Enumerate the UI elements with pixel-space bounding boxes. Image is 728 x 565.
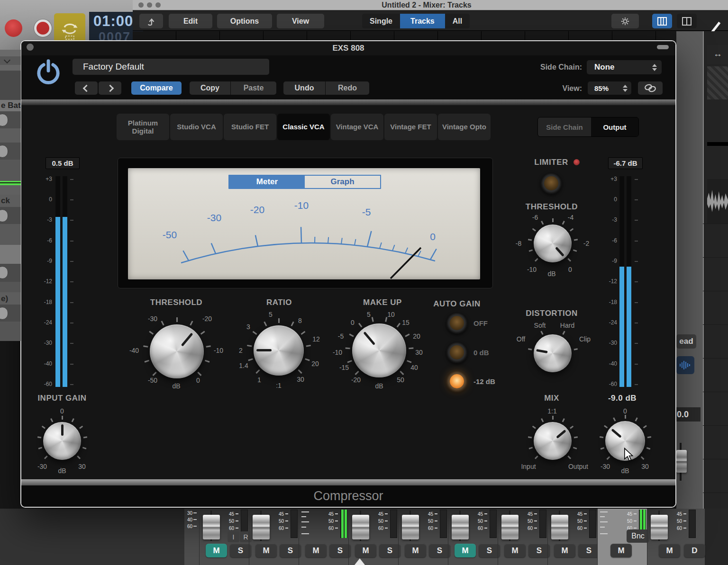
solo-button[interactable]: S [578,544,600,557]
input-monitor-button[interactable]: I [228,531,239,542]
knob-limiter_threshold[interactable] [534,224,572,262]
meter-tick [70,343,73,344]
menu-view[interactable]: View [277,14,324,28]
view-mode-dual-button[interactable] [677,14,697,28]
paste-button[interactable]: Paste [231,81,276,95]
mute-button[interactable]: M [206,544,227,557]
strip-meter-bar [341,510,344,538]
knob-makeup[interactable] [352,323,406,377]
grid-line [703,358,728,359]
fader-cap[interactable] [253,515,270,539]
knob-distortion[interactable] [534,334,572,372]
window-dot[interactable] [27,44,34,51]
fader-cap[interactable] [551,515,568,539]
mute-button[interactable]: M [255,544,277,557]
knob-mix[interactable] [534,422,572,460]
record-ready-button[interactable]: R [240,531,252,542]
record-enable-button[interactable] [34,19,52,37]
tab-graph[interactable]: Graph [305,176,380,188]
mute-button[interactable]: M [405,544,426,557]
redo-button[interactable]: Redo [326,81,369,95]
fader-scale-tick [584,513,587,514]
stepper-icon [652,64,657,71]
auto-gain-led-off[interactable] [450,316,464,330]
tab-all[interactable]: All [445,14,470,28]
mute-button[interactable]: M [659,544,680,557]
solo-button[interactable]: S [379,544,400,557]
fader-cap[interactable] [452,515,469,539]
model-tab-platinum-digital[interactable]: Platinum Digital [117,114,169,140]
knob-scale-label: Output [568,463,588,470]
model-tab-vintage-opto[interactable]: Vintage Opto [438,114,491,140]
traffic-zoom-button[interactable] [155,2,161,8]
fader-cap[interactable] [352,515,369,539]
model-tab-vintage-fet[interactable]: Vintage FET [384,114,437,140]
undo-button[interactable]: Undo [283,81,325,95]
side-chain-dropdown[interactable]: None [587,60,662,74]
fader-scale-tick [335,513,338,514]
link-button[interactable] [638,81,663,95]
fader-cap[interactable] [402,515,419,539]
knob-input_gain[interactable] [43,422,81,460]
fader-cap[interactable] [203,515,220,539]
output-meter-scale-label: -30 [598,340,617,346]
tab-output[interactable]: Output [591,117,638,136]
meter-tick [70,179,73,180]
meter-tick [635,281,638,282]
knob-ratio[interactable] [254,325,304,376]
knob-pointer [254,325,304,376]
auto-gain-led--12db[interactable] [450,374,464,388]
mute-button[interactable]: M [504,544,526,557]
limiter-led-button[interactable] [544,176,558,190]
menu-edit[interactable]: Edit [169,14,212,28]
model-tab-classic-vca[interactable]: Classic VCA [277,114,330,140]
back-arrow-button[interactable] [139,14,163,28]
compare-button[interactable]: Compare [131,81,182,95]
fader-scale-tick [385,520,388,521]
model-tab-vintage-vca[interactable]: Vintage VCA [331,114,383,140]
fader-scale-label: 60 [522,526,533,531]
automation-read-button[interactable]: ead [676,334,696,349]
solo-button[interactable]: S [280,544,301,557]
tab-side-chain[interactable]: Side Chain [538,117,591,136]
menu-options[interactable]: Options [217,14,272,28]
mute-button[interactable]: M [455,544,476,557]
copy-button[interactable]: Copy [190,81,230,95]
fader-cap[interactable] [651,515,668,539]
prev-preset-button[interactable] [75,81,98,95]
traffic-minimize-button[interactable] [147,2,152,8]
fader-cap[interactable] [501,515,519,539]
tab-tracks[interactable]: Tracks [400,14,445,28]
auto-gain-led-0db[interactable] [450,345,464,359]
knob-threshold[interactable] [150,324,204,378]
mute-button[interactable]: M [305,544,327,557]
fader-scale-tick [193,519,197,520]
traffic-close-button[interactable] [138,2,144,8]
preset-dropdown[interactable]: Factory Default [73,59,269,75]
solo-button[interactable]: S [479,544,500,557]
fader-cap[interactable] [676,450,687,473]
tab-meter[interactable]: Meter [229,176,305,188]
gear-button[interactable] [611,14,639,28]
solo-button[interactable]: S [429,544,450,557]
minimize-pill[interactable] [657,45,669,49]
solo-button[interactable]: S [329,544,351,557]
view-mode-single-button[interactable] [652,14,672,28]
power-button[interactable] [35,59,62,87]
record-button[interactable] [5,19,22,37]
mute-button[interactable]: M [554,544,575,557]
model-tab-studio-vca[interactable]: Studio VCA [170,114,223,140]
mute-button[interactable]: M [610,544,632,557]
view-zoom-stepper[interactable]: 85% [588,81,631,95]
resize-arrows-icon[interactable]: ↔ [713,49,722,59]
mute-button[interactable]: M [355,544,376,557]
model-tab-studio-fet[interactable]: Studio FET [224,114,276,140]
next-preset-button[interactable] [99,81,121,95]
fader-scale-tick [683,520,686,521]
freeze-waveform-button[interactable] [676,356,694,374]
tab-single[interactable]: Single [362,14,400,28]
solo-button[interactable]: S [230,544,251,557]
knob-scale-label: -4 [568,214,573,221]
solo-button[interactable]: D [684,544,705,557]
solo-button[interactable]: S [528,544,550,557]
